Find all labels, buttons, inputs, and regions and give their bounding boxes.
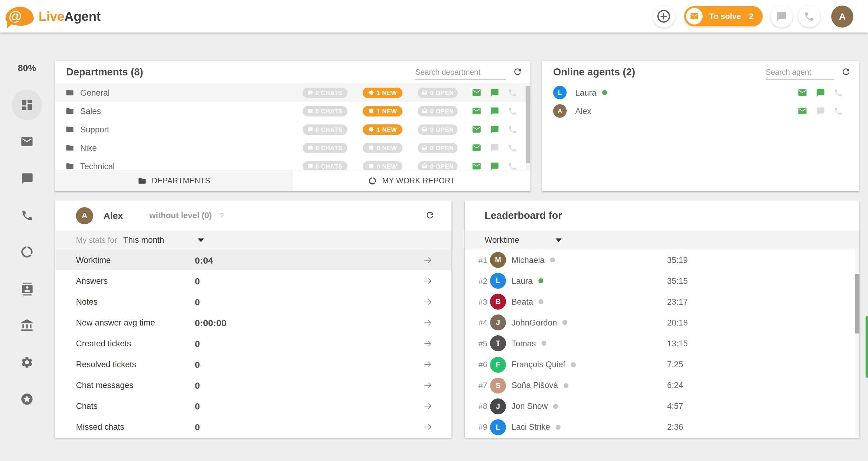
online-status-dot <box>602 90 607 95</box>
folder-icon <box>66 88 74 97</box>
new-badge: 0 NEW <box>363 143 402 153</box>
chat-icon[interactable] <box>490 162 499 170</box>
agent-search-input[interactable] <box>766 67 834 80</box>
refresh-icon <box>841 67 851 77</box>
sidebar-item-portal[interactable] <box>12 310 42 341</box>
add-button[interactable] <box>653 5 675 27</box>
agent-row[interactable]: L Laura <box>542 83 859 102</box>
department-actions <box>472 143 517 153</box>
phone-icon[interactable] <box>508 88 517 97</box>
mail-icon[interactable] <box>472 106 482 116</box>
stat-row[interactable]: Notes 0 <box>55 291 452 312</box>
rank-label: #6 <box>478 360 490 369</box>
agent-name: Laura <box>575 88 596 97</box>
phone-icon[interactable] <box>508 125 517 134</box>
leaderboard-list: #1 M Michaela 35:19 #2 L Laura 35:15 #3 … <box>465 250 860 438</box>
help-icon[interactable]: ? <box>220 211 224 220</box>
refresh-button[interactable] <box>425 210 435 220</box>
phone-icon[interactable] <box>508 143 517 152</box>
department-row[interactable]: Support 0 CHATS 1 NEW 0 OPEN <box>55 120 530 139</box>
department-actions <box>472 88 517 97</box>
stat-row[interactable]: Missed chats 0 <box>55 417 452 438</box>
phone-icon[interactable] <box>508 106 517 116</box>
arrow-right-icon[interactable] <box>423 318 433 328</box>
sidebar-item-tickets[interactable] <box>12 126 42 157</box>
phone-icon[interactable] <box>834 88 843 97</box>
online-status-dot <box>553 404 558 409</box>
chat-icon[interactable] <box>490 125 499 134</box>
refresh-button[interactable] <box>513 67 523 77</box>
arrow-right-icon[interactable] <box>423 401 433 411</box>
chat-icon[interactable] <box>490 143 499 152</box>
mail-icon[interactable] <box>798 106 807 116</box>
refresh-button[interactable] <box>841 67 851 77</box>
phone-icon[interactable] <box>834 106 843 116</box>
chat-icon[interactable] <box>490 88 499 97</box>
department-search-input[interactable] <box>415 67 506 80</box>
stat-row[interactable]: Worktime 0:04 <box>55 250 452 270</box>
profile-avatar[interactable]: A <box>831 5 853 27</box>
arrow-right-icon[interactable] <box>423 276 433 286</box>
leaderboard-row: #7 S Soňa Pišová 6:24 <box>465 375 860 396</box>
scrollbar[interactable] <box>526 85 530 170</box>
mail-icon[interactable] <box>472 124 482 134</box>
scrollbar-thumb[interactable] <box>526 86 530 163</box>
scrollbar[interactable] <box>855 250 860 438</box>
arrow-right-icon[interactable] <box>423 296 433 307</box>
open-badge: 0 OPEN <box>418 161 458 170</box>
stat-row[interactable]: Chats 0 <box>55 396 452 416</box>
tab-departments[interactable]: DEPARTMENTS <box>55 170 293 191</box>
chats-button[interactable] <box>771 5 793 27</box>
department-name: General <box>80 88 110 97</box>
arrow-right-icon[interactable] <box>423 359 433 370</box>
avatar-photo: J <box>490 398 506 414</box>
stat-value: 0 <box>195 422 200 432</box>
metric-dropdown[interactable]: Worktime <box>485 235 562 244</box>
phone-icon[interactable] <box>508 162 517 170</box>
chat-icon[interactable] <box>816 106 825 116</box>
stat-value: 0:04 <box>195 255 213 265</box>
sidebar-item-gamification[interactable] <box>12 384 42 414</box>
arrow-right-icon[interactable] <box>423 422 433 432</box>
stat-row[interactable]: Answers 0 <box>55 270 452 291</box>
chat-icon[interactable] <box>490 106 499 116</box>
department-row[interactable]: Technical 0 CHATS 0 NEW 0 OPEN <box>55 157 530 170</box>
stat-row[interactable]: Resolved tickets 0 <box>55 354 452 375</box>
chat-icon[interactable] <box>816 88 825 97</box>
sidebar-item-settings[interactable] <box>12 347 42 378</box>
online-status-dot <box>571 362 576 367</box>
mail-icon[interactable] <box>472 143 482 153</box>
department-row[interactable]: General 0 CHATS 1 NEW 0 OPEN <box>55 83 530 102</box>
chevron-down-icon <box>198 238 204 242</box>
arrow-right-icon[interactable] <box>423 380 433 391</box>
agent-row[interactable]: A Alex <box>542 102 859 120</box>
stat-row[interactable]: Chat messages 0 <box>55 375 452 396</box>
mail-icon[interactable] <box>798 88 807 97</box>
department-actions <box>472 161 517 170</box>
tab-my-work-report[interactable]: MY WORK REPORT <box>293 170 530 191</box>
avatar: B <box>490 294 506 310</box>
sidebar-item-dashboard[interactable] <box>12 89 42 120</box>
chat-widget-peek[interactable] <box>866 316 868 378</box>
period-dropdown[interactable]: This month <box>123 235 204 244</box>
sidebar-item-chats[interactable] <box>12 163 42 194</box>
to-solve-button[interactable]: To solve 2 <box>684 6 763 26</box>
scrollbar-thumb[interactable] <box>855 274 860 334</box>
stat-label: New answer avg time <box>76 318 155 327</box>
department-row[interactable]: Sales 0 CHATS 1 NEW 0 OPEN <box>55 102 530 120</box>
stat-row[interactable]: Created tickets 0 <box>55 333 452 354</box>
departments-footer-tabs: DEPARTMENTS MY WORK REPORT <box>55 170 530 191</box>
arrow-right-icon[interactable] <box>423 255 433 265</box>
open-badge: 0 OPEN <box>418 124 458 135</box>
stat-row[interactable]: New answer avg time 0:00:00 <box>55 312 452 333</box>
mail-icon[interactable] <box>472 161 482 170</box>
department-row[interactable]: Nike 0 CHATS 0 NEW 0 OPEN <box>55 139 530 157</box>
leaderboard-row: #3 B Beata 23:17 <box>465 291 860 312</box>
sidebar-item-calls[interactable] <box>12 200 42 231</box>
arrow-right-icon[interactable] <box>423 338 433 349</box>
mail-icon[interactable] <box>472 88 482 97</box>
avatar: A <box>76 207 93 224</box>
sidebar-item-reports[interactable] <box>12 237 42 267</box>
calls-button[interactable] <box>798 5 820 27</box>
sidebar-item-contacts[interactable] <box>12 273 42 304</box>
